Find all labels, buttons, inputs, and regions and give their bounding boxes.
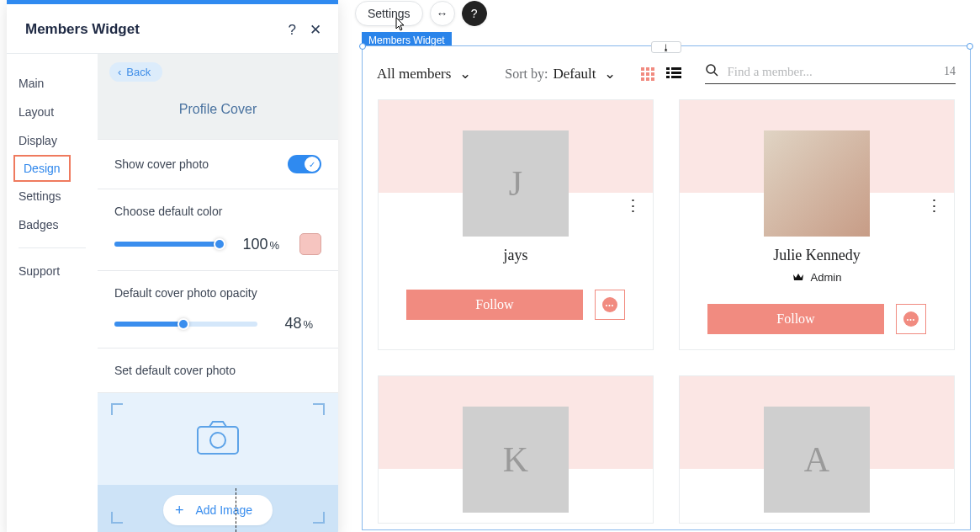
sortby-value: Default xyxy=(553,66,596,82)
widget-preview: All members ⌄ Sort by: Default ⌄ 14 xyxy=(362,46,971,531)
panel-sidebar: Main Layout Display Design Settings Badg… xyxy=(7,54,98,532)
panel-title: Members Widget xyxy=(25,21,140,38)
help-icon[interactable]: ? xyxy=(289,23,296,37)
settings-button[interactable]: Settings xyxy=(355,1,423,26)
svg-rect-11 xyxy=(666,67,670,70)
crown-icon xyxy=(792,271,804,284)
chat-button[interactable]: ••• xyxy=(896,304,926,334)
row-show-cover: Show cover photo ✓ xyxy=(98,139,338,189)
member-role: Admin xyxy=(792,271,842,284)
sidebar-item-display[interactable]: Display xyxy=(7,126,98,155)
sortby-dropdown[interactable]: Default ⌄ xyxy=(553,65,616,82)
card-cover: K xyxy=(379,376,653,469)
svg-rect-5 xyxy=(641,72,644,76)
grid-view-icon[interactable] xyxy=(641,67,654,81)
editor-toolbar: Settings ↔ ? xyxy=(355,1,487,26)
svg-point-1 xyxy=(210,433,225,448)
arrows-horizontal-icon: ↔ xyxy=(437,7,448,20)
panel-header: Members Widget ? ✕ xyxy=(7,4,338,53)
opacity-value: 48% xyxy=(269,315,313,332)
sortby-label: Sort by: xyxy=(505,66,548,82)
card-cover xyxy=(680,100,954,193)
preview-toolbar: All members ⌄ Sort by: Default ⌄ 14 xyxy=(362,46,971,99)
more-menu-icon[interactable]: ⋮ xyxy=(921,200,947,213)
svg-rect-4 xyxy=(651,67,654,71)
svg-rect-2 xyxy=(641,67,644,71)
svg-rect-8 xyxy=(641,77,644,81)
filter-label: All members xyxy=(377,66,451,82)
show-cover-toggle[interactable]: ✓ xyxy=(288,155,321,173)
card-cover: A xyxy=(680,376,954,469)
add-image-label: Add Image xyxy=(195,503,252,517)
more-menu-icon[interactable]: ⋮ xyxy=(620,200,646,213)
chat-button[interactable]: ••• xyxy=(595,290,625,320)
sidebar-divider xyxy=(19,247,86,248)
follow-button[interactable]: Follow xyxy=(406,290,583,320)
sidebar-item-design[interactable]: Design xyxy=(13,155,71,182)
color-swatch[interactable] xyxy=(299,233,321,255)
svg-point-17 xyxy=(707,65,715,73)
panel-content: ‹ Back Profile Cover Show cover photo ✓ … xyxy=(98,54,338,532)
set-default-photo-label: Set default cover photo xyxy=(114,364,321,377)
add-image-button[interactable]: + Add Image xyxy=(163,495,273,525)
sidebar-item-badges[interactable]: Badges xyxy=(7,210,98,239)
chat-icon: ••• xyxy=(903,311,919,327)
help-button[interactable]: ? xyxy=(462,1,487,26)
show-cover-label: Show cover photo xyxy=(114,157,209,171)
member-card: K xyxy=(378,375,654,524)
svg-rect-13 xyxy=(666,72,670,74)
chat-icon: ••• xyxy=(602,297,617,312)
row-set-default-photo: Set default cover photo xyxy=(98,348,338,392)
svg-rect-9 xyxy=(646,77,649,81)
member-name: Julie Kennedy xyxy=(691,247,942,264)
svg-rect-16 xyxy=(671,76,681,78)
member-card: ⋮ Julie Kennedy Admin Follow ••• xyxy=(679,99,955,350)
chevron-left-icon: ‹ xyxy=(118,66,121,78)
back-label: Back xyxy=(126,66,151,78)
member-name: jays xyxy=(390,247,641,264)
stretch-button[interactable]: ↔ xyxy=(430,1,455,26)
section-title: Profile Cover xyxy=(98,82,338,139)
chevron-down-icon: ⌄ xyxy=(459,65,471,82)
svg-rect-3 xyxy=(646,67,649,71)
svg-rect-14 xyxy=(671,72,681,74)
download-icon: ⭳ xyxy=(662,43,670,52)
settings-panel: Members Widget ? ✕ Main Layout Display D… xyxy=(7,0,338,532)
question-icon: ? xyxy=(471,7,478,20)
list-view-icon[interactable] xyxy=(666,67,681,81)
member-count: 14 xyxy=(944,65,956,78)
download-chip[interactable]: ⭳ xyxy=(651,41,681,53)
member-card: A xyxy=(679,375,955,524)
sidebar-item-settings[interactable]: Settings xyxy=(7,182,98,210)
svg-rect-15 xyxy=(666,76,670,78)
svg-rect-12 xyxy=(671,67,681,70)
opacity-slider[interactable] xyxy=(114,322,257,327)
search-input[interactable] xyxy=(727,65,929,79)
ruler-line xyxy=(236,488,236,532)
plus-icon: + xyxy=(175,503,184,518)
sidebar-item-support[interactable]: Support xyxy=(7,257,98,285)
sidebar-item-layout[interactable]: Layout xyxy=(7,98,98,126)
search-field[interactable]: 14 xyxy=(705,63,956,84)
member-card: J ⋮ jays Follow ••• xyxy=(378,99,654,350)
row-default-color: Choose default color 100% xyxy=(98,189,338,270)
svg-rect-7 xyxy=(651,72,654,76)
default-photo-area[interactable] xyxy=(98,392,338,485)
follow-button[interactable]: Follow xyxy=(707,304,884,334)
sidebar-item-main[interactable]: Main xyxy=(7,69,98,98)
camera-icon xyxy=(196,420,240,459)
default-color-value: 100% xyxy=(236,236,279,253)
filter-dropdown[interactable]: All members ⌄ xyxy=(377,65,471,82)
toggle-knob-icon: ✓ xyxy=(305,157,320,172)
default-color-slider[interactable] xyxy=(114,242,224,247)
svg-rect-10 xyxy=(651,77,654,81)
opacity-label: Default cover photo opacity xyxy=(114,286,321,300)
close-icon[interactable]: ✕ xyxy=(310,23,321,37)
default-color-label: Choose default color xyxy=(114,205,321,218)
search-icon xyxy=(705,63,718,80)
svg-line-18 xyxy=(714,72,718,76)
back-button[interactable]: ‹ Back xyxy=(109,62,162,82)
svg-rect-6 xyxy=(646,72,649,76)
add-image-row: + Add Image xyxy=(98,485,338,532)
svg-rect-0 xyxy=(198,427,238,454)
